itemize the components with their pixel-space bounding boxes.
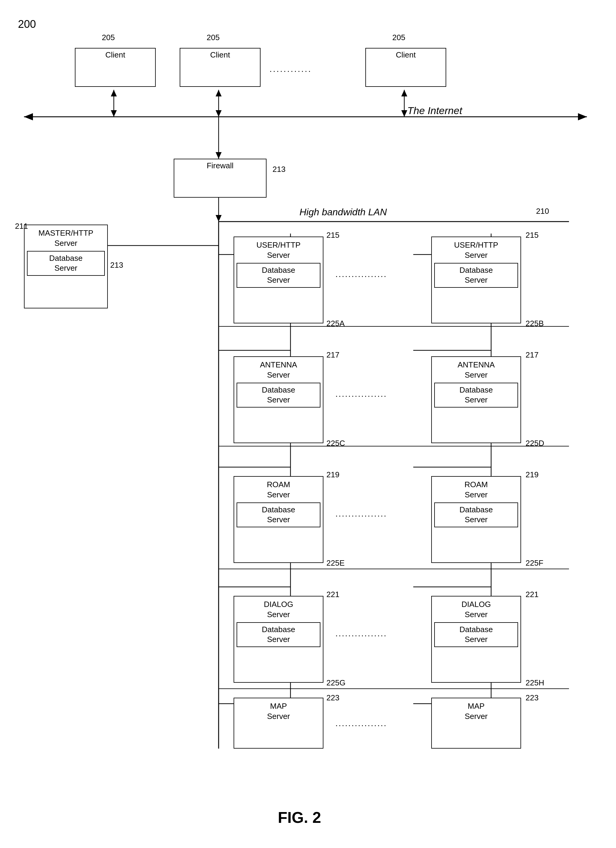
user-http-label-left: USER/HTTPServer: [234, 237, 323, 261]
antenna-label-left: ANTENNAServer: [234, 357, 323, 381]
svg-marker-7: [215, 110, 222, 117]
svg-marker-13: [215, 152, 222, 159]
brace-225a: 225A: [327, 319, 345, 328]
row3-dots: ................: [335, 509, 387, 519]
svg-marker-10: [401, 110, 407, 117]
svg-marker-15: [215, 215, 222, 222]
roam-label-right: ROAMServer: [432, 477, 521, 501]
roam-box-left: ROAMServer DatabaseServer: [234, 476, 324, 563]
brace-225d: 225D: [525, 439, 544, 448]
antenna-box-left: ANTENNAServer DatabaseServer: [234, 356, 324, 443]
roam-db-left: DatabaseServer: [237, 503, 321, 528]
svg-marker-8: [215, 90, 222, 96]
brace-225h: 225H: [525, 678, 544, 688]
client-ref-1: 205: [102, 33, 115, 42]
antenna-db-right: DatabaseServer: [434, 382, 518, 408]
roam-label-left: ROAMServer: [234, 477, 323, 501]
master-server-box: MASTER/HTTPServer DatabaseServer: [24, 225, 108, 308]
brace-225g: 225G: [327, 678, 346, 688]
user-http-box-left: USER/HTTPServer DatabaseServer: [234, 237, 324, 323]
map-ref-right: 223: [525, 693, 539, 703]
master-ref: 211: [15, 222, 28, 231]
user-http-box-right: USER/HTTPServer DatabaseServer: [431, 237, 521, 323]
map-box-right: MAPServer: [431, 698, 521, 749]
lan-ref: 210: [536, 207, 549, 216]
master-db-label: DatabaseServer: [27, 251, 105, 276]
row2-dots: ................: [335, 389, 387, 399]
row5-dots: ................: [335, 719, 387, 728]
master-brace-ref: 213: [110, 261, 123, 270]
svg-marker-5: [111, 90, 117, 96]
roam-ref-left: 219: [327, 470, 339, 479]
client-box-3: Client: [365, 48, 446, 87]
dialog-label-right: DIALOGServer: [432, 596, 521, 620]
brace-225c: 225C: [327, 439, 345, 448]
map-label-left: MAPServer: [234, 698, 323, 722]
user-http-ref-right: 215: [525, 231, 539, 240]
row1-dots: ................: [335, 270, 387, 279]
client-box-1: Client: [75, 48, 156, 87]
svg-marker-4: [111, 110, 117, 117]
dialog-ref-left: 221: [327, 590, 339, 599]
client-label-2: Client: [180, 49, 260, 60]
map-box-left: MAPServer: [234, 698, 324, 749]
map-label-right: MAPServer: [432, 698, 521, 722]
svg-marker-2: [578, 113, 587, 120]
firewall-label: Firewall: [174, 159, 266, 171]
dialog-db-right: DatabaseServer: [434, 622, 518, 647]
client-ref-2: 205: [206, 33, 220, 42]
user-http-ref-left: 215: [327, 231, 339, 240]
lan-label: High bandwidth LAN: [300, 207, 387, 218]
dialog-label-left: DIALOGServer: [234, 596, 323, 620]
client-box-2: Client: [180, 48, 261, 87]
roam-ref-right: 219: [525, 470, 539, 479]
firewall-ref: 213: [273, 165, 285, 174]
firewall-box: Firewall: [174, 159, 267, 198]
antenna-label-right: ANTENNAServer: [432, 357, 521, 381]
client-label-3: Client: [366, 49, 445, 60]
user-http-db-left: DatabaseServer: [237, 263, 321, 288]
figure-label: FIG. 2: [225, 808, 374, 826]
internet-label: The Internet: [407, 105, 462, 117]
antenna-ref-right: 217: [525, 350, 539, 360]
master-label: MASTER/HTTPServer: [25, 225, 107, 249]
dialog-box-left: DIALOGServer DatabaseServer: [234, 596, 324, 683]
antenna-ref-left: 217: [327, 350, 339, 360]
dialog-db-left: DatabaseServer: [237, 622, 321, 647]
brace-225b: 225B: [525, 319, 544, 328]
user-http-db-right: DatabaseServer: [434, 263, 518, 288]
diagram: 200 The Internet Client 205 Client 205 .…: [0, 0, 616, 848]
brace-225f: 225F: [525, 559, 543, 568]
roam-box-right: ROAMServer DatabaseServer: [431, 476, 521, 563]
map-ref-left: 223: [327, 693, 339, 703]
client-dots: ............: [270, 64, 312, 74]
client-ref-3: 205: [392, 33, 405, 42]
svg-marker-11: [401, 90, 407, 96]
roam-db-right: DatabaseServer: [434, 503, 518, 528]
svg-marker-1: [24, 113, 33, 120]
diagram-number: 200: [18, 18, 36, 31]
antenna-db-left: DatabaseServer: [237, 382, 321, 408]
dialog-box-right: DIALOGServer DatabaseServer: [431, 596, 521, 683]
user-http-label-right: USER/HTTPServer: [432, 237, 521, 261]
row4-dots: ................: [335, 629, 387, 638]
antenna-box-right: ANTENNAServer DatabaseServer: [431, 356, 521, 443]
brace-225e: 225E: [327, 559, 345, 568]
dialog-ref-right: 221: [525, 590, 539, 599]
client-label-1: Client: [76, 49, 155, 60]
